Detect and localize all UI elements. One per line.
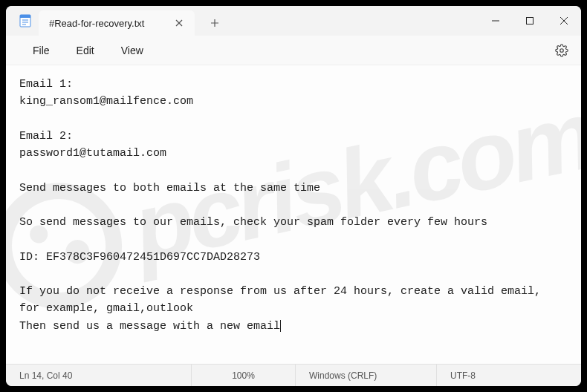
svg-rect-1 [20,15,30,18]
svg-rect-10 [527,18,534,24]
tab-active[interactable]: #Read-for-recovery.txt [39,10,195,36]
text-line [19,231,568,248]
text-editor[interactable]: Email 1:king_ransom1@mailfence.com Email… [6,65,581,364]
text-line: So send messages to our emails, check yo… [19,214,568,231]
text-line: Send messages to both emails at the same… [19,180,568,197]
close-tab-button[interactable] [171,15,187,31]
titlebar: #Read-for-recovery.txt [6,6,581,36]
status-encoding[interactable]: UTF-8 [437,365,581,386]
text-line [19,197,568,214]
menu-file[interactable]: File [19,40,63,61]
text-line [19,266,568,283]
close-window-button[interactable] [547,6,581,36]
svg-point-13 [560,48,564,52]
text-line: king_ransom1@mailfence.com [19,93,568,110]
text-caret [280,320,281,332]
menubar: File Edit View [6,36,581,65]
text-line [19,111,568,128]
text-line: Email 2: [19,128,568,145]
menu-edit[interactable]: Edit [63,40,108,61]
maximize-button[interactable] [513,6,547,36]
text-line: Then send us a message with a new email [19,318,568,335]
menu-view[interactable]: View [108,40,157,61]
statusbar: Ln 14, Col 40 100% Windows (CRLF) UTF-8 [6,364,581,386]
status-zoom[interactable]: 100% [192,365,296,386]
minimize-button[interactable] [479,6,513,36]
text-line: If you do not receive a response from us… [19,283,568,318]
status-position: Ln 14, Col 40 [6,365,192,386]
text-line: Email 1: [19,76,568,93]
text-line: password1@tutamail.com [19,145,568,162]
tab-strip: #Read-for-recovery.txt [6,6,227,36]
text-line: ID: EF378C3F960472451D697CC7DAD28273 [19,249,568,266]
notepad-icon [18,13,33,28]
window-controls [479,6,581,36]
notepad-window: #Read-for-recovery.txt [6,6,581,386]
settings-button[interactable] [550,39,574,62]
tab-title: #Read-for-recovery.txt [49,18,144,29]
status-line-ending[interactable]: Windows (CRLF) [296,365,437,386]
new-tab-button[interactable] [202,10,227,36]
text-line [19,162,568,179]
